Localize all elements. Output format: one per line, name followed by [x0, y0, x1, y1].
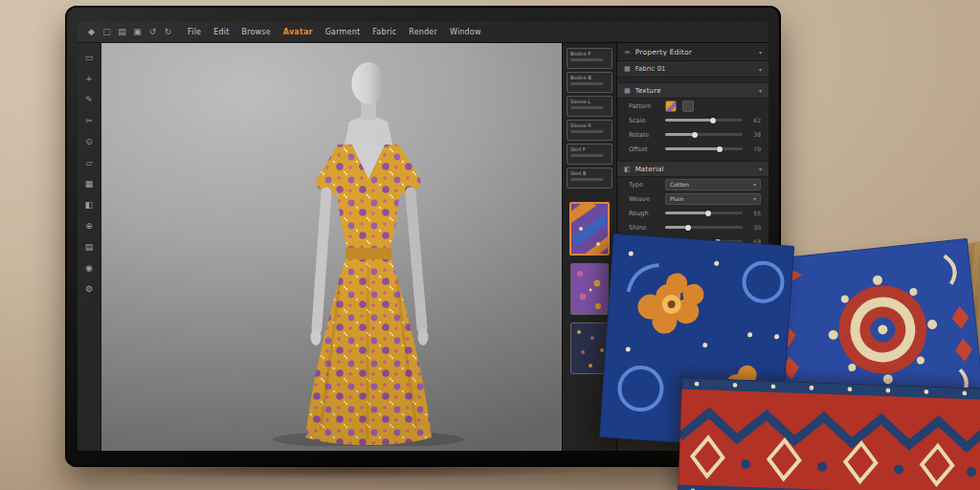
menubar: ◆▢▤▣↺↻ FileEditBrowseAvatarGarmentFabric…	[78, 21, 768, 43]
pattern-piece-label: Sleeve R	[570, 122, 609, 128]
pattern-piece-label: Skirt F	[570, 146, 609, 152]
pattern-piece-bar	[570, 106, 603, 109]
pin-tool-icon[interactable]: ⊙	[82, 136, 96, 148]
tape-tool-icon[interactable]: ▱	[82, 157, 96, 169]
slider-knob[interactable]	[705, 211, 711, 216]
slider-value: 30	[748, 224, 761, 231]
fold-tool-icon[interactable]: ◧	[82, 199, 96, 212]
menu-item-browse[interactable]: Browse	[241, 28, 270, 36]
menu-item-window[interactable]: Window	[450, 28, 481, 36]
fabric-thumbnail-paisley[interactable]	[569, 202, 610, 256]
shine-slider[interactable]	[665, 226, 743, 229]
section-title: Texture	[635, 87, 661, 95]
property-label: Shine	[629, 224, 659, 232]
pattern-piece-skirt-f[interactable]: Skirt F	[567, 144, 612, 165]
property-row-weave: WeavePlain▾	[617, 191, 768, 206]
slider-value: 38	[748, 131, 761, 138]
property-label: Rotate	[629, 131, 659, 139]
pen-tool-icon[interactable]: ✎	[82, 94, 96, 106]
menu-item-garment[interactable]: Garment	[325, 28, 361, 36]
property-row-shine: Shine30	[617, 220, 768, 234]
slider-value: 55	[748, 210, 761, 216]
photo-scene: ◆▢▤▣↺↻ FileEditBrowseAvatarGarmentFabric…	[0, 0, 980, 490]
slider-value: 70	[748, 145, 761, 152]
slider-fill	[665, 119, 713, 122]
scale-slider[interactable]	[665, 119, 743, 122]
property-label: Scale	[629, 117, 659, 124]
pattern-piece-label: Sleeve L	[570, 99, 609, 104]
fabric-thumbnail-purple[interactable]	[570, 263, 609, 315]
chevron-down-icon: ▾	[759, 87, 762, 94]
pattern-piece-sleeve-l[interactable]: Sleeve L	[567, 96, 612, 117]
menu-item-avatar[interactable]: Avatar	[283, 28, 313, 36]
pattern-browse-button[interactable]	[682, 100, 694, 112]
rough-slider[interactable]	[665, 212, 743, 214]
zoom-tool-icon[interactable]: ⊕	[82, 220, 96, 233]
properties-subheader[interactable]: ▦ Fabric 01 ▾	[617, 61, 768, 78]
chevron-down-icon[interactable]: ▾	[759, 49, 762, 56]
fabric-name-label: Fabric 01	[635, 65, 754, 73]
menu-items: FileEditBrowseAvatarGarmentFabricRenderW…	[188, 28, 481, 36]
menu-item-file[interactable]: File	[188, 28, 201, 36]
property-row-rotate: Rotate38	[617, 127, 768, 142]
section-title: Material	[635, 166, 664, 173]
property-row-pattern: Pattern	[617, 99, 768, 113]
slider-knob[interactable]	[710, 118, 716, 123]
fabric-photo-red-kilim	[678, 377, 980, 490]
menu-item-fabric[interactable]: Fabric	[372, 28, 396, 36]
viewport-3d[interactable]	[101, 43, 562, 451]
logo-icon[interactable]: ◆	[85, 27, 98, 36]
slider-knob[interactable]	[692, 132, 698, 138]
chevron-down-icon: ▾	[753, 195, 756, 202]
menu-item-render[interactable]: Render	[409, 28, 437, 36]
property-row-offset: Offset70	[617, 142, 768, 156]
menu-item-edit[interactable]: Edit	[213, 28, 229, 36]
redo-icon[interactable]: ↻	[162, 27, 174, 36]
pattern-piece-skirt-b[interactable]: Skirt B	[567, 167, 612, 189]
menu-icon: ≡	[624, 48, 631, 56]
pattern-piece-bar	[570, 154, 603, 157]
property-label: Weave	[629, 195, 659, 203]
grid-tool-icon[interactable]: ▦	[82, 178, 96, 190]
layers-tool-icon[interactable]: ▤	[82, 241, 96, 254]
scissors-tool-icon[interactable]: ✂	[82, 115, 96, 127]
pattern-piece-label: Bodice B	[570, 75, 609, 80]
undo-icon[interactable]: ↺	[146, 27, 159, 36]
pattern-piece-bodice-f[interactable]: Bodice F	[567, 48, 612, 69]
settings-tool-icon[interactable]: ⚙	[82, 283, 96, 296]
chevron-down-icon[interactable]: ▾	[759, 66, 762, 73]
chevron-down-icon: ▾	[759, 166, 762, 172]
pattern-piece-label: Bodice F	[570, 51, 609, 56]
slider-knob[interactable]	[685, 225, 691, 231]
pattern-piece-bar	[570, 178, 603, 181]
property-label: Rough	[629, 210, 659, 217]
save-icon[interactable]: ▣	[131, 27, 144, 36]
move-tool-icon[interactable]: +	[82, 73, 96, 85]
pattern-piece-label: Skirt B	[570, 170, 609, 176]
slider-fill	[665, 147, 720, 150]
dropdown-value: Plain	[670, 195, 683, 202]
material-section-icon: ◧	[624, 166, 631, 173]
section-header-texture[interactable]: ▦Texture▾	[617, 82, 768, 99]
type-dropdown[interactable]: Cotton▾	[665, 179, 761, 190]
dropdown-value: Cotton	[670, 181, 689, 188]
mannequin-with-dress	[254, 58, 483, 446]
menubar-icons: ◆▢▤▣↺↻	[85, 27, 174, 36]
pattern-piece-bodice-b[interactable]: Bodice B	[567, 72, 612, 93]
properties-title: Property Editor	[635, 48, 692, 56]
rotate-slider[interactable]	[665, 133, 743, 136]
camera-tool-icon[interactable]: ◉	[82, 262, 96, 275]
select-tool-icon[interactable]: ▭	[82, 52, 96, 64]
pattern-preview-button[interactable]	[665, 100, 677, 112]
pattern-piece-sleeve-r[interactable]: Sleeve R	[567, 120, 612, 141]
offset-slider[interactable]	[665, 147, 743, 150]
slider-knob[interactable]	[717, 146, 723, 152]
open-folder-icon[interactable]: ▤	[116, 27, 128, 36]
new-file-icon[interactable]: ▢	[100, 27, 113, 36]
texture-section-icon: ▦	[624, 87, 631, 95]
weave-dropdown[interactable]: Plain▾	[665, 193, 761, 205]
pattern-piece-bar	[570, 58, 603, 61]
section-header-material[interactable]: ◧Material▾	[617, 161, 768, 177]
property-label: Offset	[629, 145, 659, 153]
pattern-piece-list: Bodice FBodice BSleeve LSleeve RSkirt FS…	[567, 48, 612, 189]
